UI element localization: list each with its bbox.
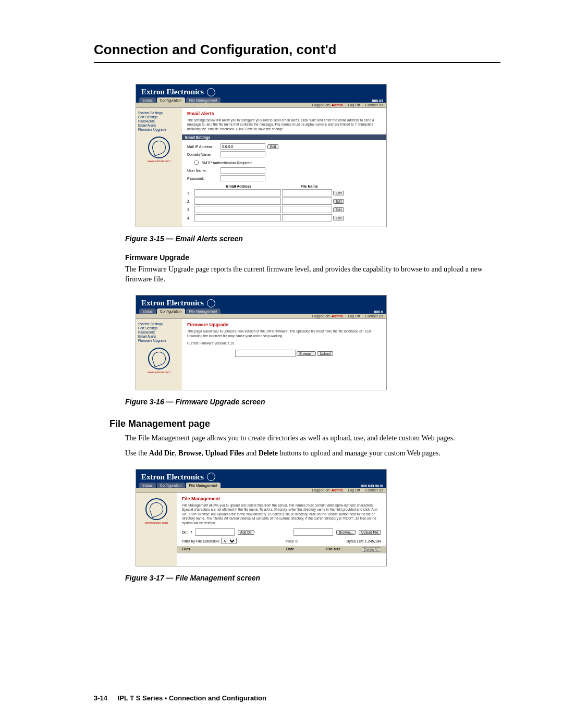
domain-name-input[interactable] bbox=[221, 151, 265, 157]
mail-ip-input[interactable] bbox=[221, 143, 265, 150]
window-header: Extron Electronics bbox=[136, 295, 386, 309]
file-management-p2: Use the Add Dir, Browse, Upload Files an… bbox=[125, 449, 500, 459]
edit-button[interactable]: Edit bbox=[333, 191, 344, 195]
browse-button[interactable]: Browse... bbox=[336, 530, 356, 535]
row-number: 3. bbox=[187, 208, 193, 212]
sidebar-url[interactable]: www.extron.com bbox=[138, 521, 175, 524]
sidebar-item-passwords[interactable]: Passwords bbox=[138, 119, 180, 123]
firmware-version: Current Firmware Version: 1.10 bbox=[187, 341, 381, 346]
sidebar-url[interactable]: www.extron.com bbox=[138, 371, 180, 374]
panel-title: File Management bbox=[182, 496, 381, 501]
phone-number: 800.633.9876 bbox=[361, 484, 383, 488]
dir-label: Dir: bbox=[182, 530, 188, 534]
brand-text: Extron Electronics bbox=[141, 88, 204, 96]
username-input[interactable] bbox=[221, 167, 265, 174]
tab-file-management[interactable]: File Management bbox=[186, 483, 221, 488]
tab-bar: Status Configuration File Management 800… bbox=[136, 483, 386, 488]
status-bar: Logged on: Admin Log Off Contact Us bbox=[136, 488, 386, 493]
brand-text: Extron Electronics bbox=[141, 299, 204, 307]
filter-select[interactable]: All bbox=[221, 538, 237, 544]
sidebar-item-system-settings[interactable]: System Settings bbox=[138, 322, 180, 326]
add-dir-button[interactable]: Add Dir bbox=[238, 530, 254, 535]
contact-link[interactable]: Contact Us bbox=[365, 103, 383, 107]
panel-title: Firmware Upgrade bbox=[187, 322, 381, 327]
edit-button[interactable]: Edit bbox=[333, 216, 344, 220]
firmware-upgrade-text: The Firmware Upgrade page reports the cu… bbox=[125, 265, 500, 285]
logged-on-label: Logged on: bbox=[312, 103, 331, 107]
upload-path-input[interactable] bbox=[293, 528, 333, 536]
password-input[interactable] bbox=[221, 175, 265, 181]
edit-button[interactable]: Edit bbox=[267, 144, 278, 149]
footer-text: IPL T S Series • Connection and Configur… bbox=[118, 694, 266, 702]
contact-link[interactable]: Contact Us bbox=[365, 488, 383, 492]
logoff-link[interactable]: Log Off bbox=[348, 314, 360, 318]
browse-button[interactable]: Browse... bbox=[297, 351, 316, 356]
col-file-name: File Name bbox=[283, 184, 335, 188]
tab-configuration[interactable]: Configuration bbox=[157, 309, 185, 314]
col-file-size: File size bbox=[312, 547, 355, 552]
email-address-input[interactable] bbox=[194, 189, 281, 196]
firmware-file-input[interactable] bbox=[235, 350, 296, 357]
username-label: User Name: bbox=[187, 169, 218, 172]
file-management-heading: File Management page bbox=[109, 418, 500, 429]
page-footer: 3-14 IPL T S Series • Connection and Con… bbox=[94, 694, 266, 702]
sidebar-item-port-settings[interactable]: Port Settings bbox=[138, 326, 180, 330]
col-date: Date bbox=[268, 547, 312, 552]
status-bar: Logged on: Admin Log Off Contact Us bbox=[136, 314, 386, 319]
sidebar-item-firmware-upgrade[interactable]: Firmware Upgrade bbox=[138, 339, 180, 342]
logged-on-user: Admin bbox=[332, 103, 343, 107]
email-row: 2. Edit bbox=[187, 198, 381, 205]
sidebar-item-system-settings[interactable]: System Settings bbox=[138, 111, 180, 115]
logged-on-user: Admin bbox=[332, 314, 343, 318]
tab-configuration[interactable]: Configuration bbox=[157, 483, 185, 488]
email-address-input[interactable] bbox=[194, 206, 281, 213]
delete-all-button[interactable]: Delete All bbox=[362, 547, 381, 552]
tab-bar: Status Configuration File Management 800… bbox=[136, 97, 386, 103]
upload-file-button[interactable]: Upload File bbox=[359, 530, 381, 535]
email-address-input[interactable] bbox=[194, 198, 281, 205]
smtp-auth-label: SMTP Authentication Required bbox=[202, 161, 252, 165]
logoff-link[interactable]: Log Off bbox=[348, 488, 360, 492]
dir-input[interactable] bbox=[195, 528, 235, 536]
window-header: Extron Electronics bbox=[136, 470, 386, 483]
tab-file-management[interactable]: File Management bbox=[186, 309, 221, 314]
sidebar-item-firmware-upgrade[interactable]: Firmware Upgrade bbox=[138, 128, 180, 131]
tab-file-management[interactable]: File Management bbox=[186, 97, 221, 103]
file-name-input[interactable] bbox=[282, 206, 332, 213]
file-name-input[interactable] bbox=[282, 189, 332, 196]
logged-on-label: Logged on: bbox=[312, 488, 331, 492]
sidebar-item-passwords[interactable]: Passwords bbox=[138, 330, 180, 334]
extron-logo-icon bbox=[148, 137, 170, 158]
sidebar-item-email-alerts[interactable]: Email Alerts bbox=[138, 335, 180, 338]
tab-status[interactable]: Status bbox=[139, 97, 156, 103]
tab-status[interactable]: Status bbox=[139, 309, 156, 314]
contact-link[interactable]: Contact Us bbox=[365, 314, 383, 318]
smtp-auth-checkbox[interactable] bbox=[194, 161, 199, 165]
status-bar: Logged on: Admin Log Off Contact Us bbox=[136, 103, 386, 108]
sidebar-item-email-alerts[interactable]: Email Alerts bbox=[138, 124, 180, 127]
file-name-input[interactable] bbox=[282, 198, 332, 205]
panel-title: Email Alerts bbox=[187, 111, 381, 116]
edit-button[interactable]: Edit bbox=[333, 199, 344, 204]
logoff-link[interactable]: Log Off bbox=[348, 103, 360, 107]
sidebar-item-port-settings[interactable]: Port Settings bbox=[138, 115, 180, 119]
edit-button[interactable]: Edit bbox=[333, 207, 344, 212]
sidebar-url[interactable]: www.extron.com bbox=[138, 159, 180, 163]
phone-number: 800.6 bbox=[374, 310, 383, 314]
file-name-input[interactable] bbox=[282, 214, 332, 221]
col-email-address: Email Address bbox=[194, 184, 283, 188]
dir-value: / bbox=[191, 530, 192, 534]
domain-name-label: Domain Name: bbox=[187, 153, 218, 156]
email-row: 3. Edit bbox=[187, 206, 381, 213]
phone-number: 800.63 bbox=[372, 99, 383, 103]
tab-status[interactable]: Status bbox=[139, 483, 156, 488]
email-settings-bar: Email Settings bbox=[182, 134, 386, 140]
main-panel: File Management File Management allows y… bbox=[177, 493, 386, 566]
bytes-left-value: 1,245,184 bbox=[365, 539, 381, 543]
email-address-input[interactable] bbox=[194, 214, 281, 221]
tab-configuration[interactable]: Configuration bbox=[157, 97, 185, 103]
password-label: Password: bbox=[187, 177, 218, 180]
sidebar: System Settings Port Settings Passwords … bbox=[136, 108, 182, 227]
upload-button[interactable]: Upload bbox=[317, 351, 333, 356]
col-files: Files bbox=[182, 547, 268, 552]
